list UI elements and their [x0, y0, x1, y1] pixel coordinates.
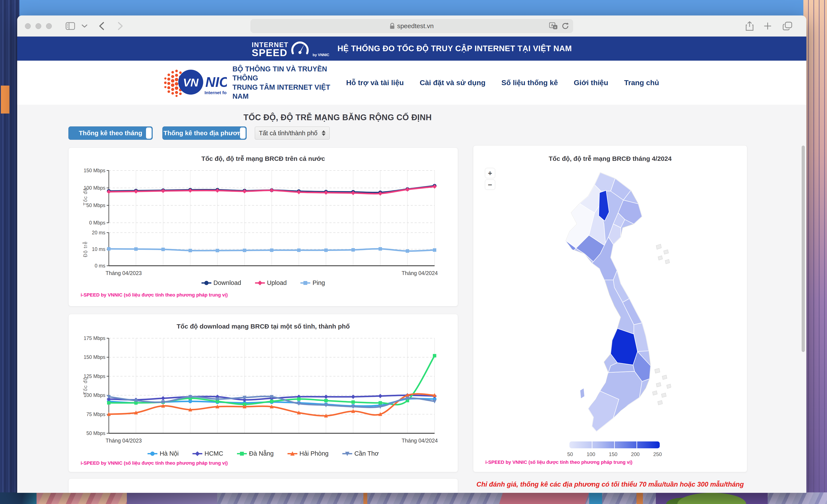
- tab-monthly-stats[interactable]: Thống kê theo tháng: [68, 127, 153, 140]
- map-color-scale: 50100150200250: [569, 442, 660, 457]
- nav-item-install[interactable]: Cài đặt và sử dụng: [420, 79, 486, 87]
- speedometer-icon: [291, 40, 309, 57]
- page-content: TỐC ĐỘ, ĐỘ TRỄ MẠNG BĂNG RỘNG CỐ ĐỊNH Th…: [17, 105, 806, 493]
- chart2-legend: Hà NộiHCMCĐà NẵngHải PhòngCần Thơ: [68, 450, 458, 457]
- svg-text:175 Mbps: 175 Mbps: [84, 336, 105, 341]
- svg-text:NIC: NIC: [205, 74, 227, 90]
- tab-overview-icon[interactable]: [781, 15, 794, 37]
- nav-item-about[interactable]: Giới thiệu: [574, 79, 608, 87]
- wallpaper-right-building-lines: [804, 0, 827, 504]
- wallpaper-shape: [636, 492, 643, 504]
- svg-text:Tốc độ: Tốc độ: [83, 188, 88, 205]
- legend-item-Cần Thơ[interactable]: Cần Thơ: [342, 450, 379, 457]
- browser-window: speedtest.vn Aa INTERNET SPEED: [17, 15, 806, 493]
- wallpaper-orange-accent: [1, 86, 9, 113]
- wallpaper-shape: [589, 492, 602, 504]
- svg-text:Tháng 04/2024: Tháng 04/2024: [402, 438, 438, 444]
- legend-item-Đà Nẵng[interactable]: Đà Nẵng: [237, 450, 274, 457]
- map-card: Tốc độ, độ trễ mạng BRCĐ tháng 4/2024 + …: [473, 145, 747, 472]
- org-line2: TRUNG TÂM INTERNET VIỆT NAM: [233, 83, 346, 101]
- svg-text:10 ms: 10 ms: [92, 246, 105, 252]
- wallpaper-shape: [0, 492, 37, 504]
- legend-item-Hà Nội[interactable]: Hà Nội: [147, 450, 179, 457]
- tab-notch: [240, 128, 246, 139]
- sidebar-icon[interactable]: [63, 15, 78, 37]
- lock-icon: [390, 23, 395, 29]
- zoom-in-label: +: [488, 169, 492, 178]
- url-text: speedtest.vn: [397, 22, 434, 30]
- chart-card-nationwide: Tốc độ, độ trễ mạng BRCĐ trên cả nước 15…: [68, 148, 458, 306]
- province-select-value: Tất cả tỉnh/thành phố: [259, 130, 318, 137]
- svg-text:VN: VN: [183, 76, 199, 89]
- vnnic-tagline: Internet for all: [204, 90, 227, 95]
- svg-text:Tốc độ: Tốc độ: [83, 377, 88, 395]
- wallpaper-shape: [363, 492, 367, 504]
- back-button[interactable]: [95, 15, 108, 37]
- zoom-window-button[interactable]: [46, 23, 52, 29]
- map-source-note: i-SPEED by VNNIC (số liệu được tính theo…: [485, 459, 632, 465]
- browser-toolbar: speedtest.vn Aa: [17, 15, 806, 37]
- nav-item-statistics[interactable]: Số liệu thống kê: [501, 79, 558, 87]
- svg-text:50 Mbps: 50 Mbps: [87, 203, 105, 208]
- chevron-down-icon[interactable]: [79, 15, 90, 37]
- scrollbar-thumb[interactable]: [801, 146, 805, 352]
- nav-item-home[interactable]: Trang chủ: [624, 79, 659, 87]
- svg-text:20 ms: 20 ms: [92, 230, 105, 236]
- close-window-button[interactable]: [25, 23, 31, 29]
- province-region-highlight-highlands[interactable]: [611, 328, 638, 365]
- share-icon[interactable]: [743, 15, 757, 37]
- vnnic-logo: VN NIC Internet for all: [162, 67, 227, 99]
- translate-icon[interactable]: Aa: [549, 22, 558, 30]
- zoom-out-label: −: [488, 181, 492, 189]
- svg-text:Tháng 04/2023: Tháng 04/2023: [106, 438, 142, 444]
- legend-item-Upload[interactable]: Upload: [255, 279, 287, 287]
- tab-province-stats-label: Thống kê theo địa phương: [163, 130, 245, 137]
- legend-item-Hải Phòng[interactable]: Hải Phòng: [288, 450, 329, 457]
- svg-text:150 Mbps: 150 Mbps: [84, 354, 105, 360]
- tab-province-stats[interactable]: Thống kê theo địa phương: [162, 127, 247, 140]
- province-region[interactable]: [588, 391, 619, 431]
- site-navbar: VN NIC Internet for all BỘ THÔNG TIN VÀ …: [17, 61, 806, 105]
- evaluation-note: Chỉ đánh giá, thống kê các địa phương có…: [473, 481, 747, 488]
- org-name: BỘ THÔNG TIN VÀ TRUYỀN THÔNG TRUNG TÂM I…: [233, 64, 346, 101]
- chart1-plot[interactable]: 150 Mbps100 Mbps50 Mbps0 MbpsTốc độ20 ms…: [68, 161, 458, 282]
- svg-text:a: a: [554, 26, 556, 29]
- new-tab-icon[interactable]: [761, 15, 775, 37]
- map-zoom-out-button[interactable]: −: [485, 180, 495, 190]
- color-scale-ticks: 50100150200250: [567, 451, 662, 457]
- tab-notch: [146, 128, 152, 139]
- page-title: TỐC ĐỘ, ĐỘ TRỄ MẠNG BĂNG RỘNG CỐ ĐỊNH: [17, 113, 658, 122]
- chart1-legend: DownloadUploadPing: [68, 279, 458, 287]
- forward-button[interactable]: [113, 15, 127, 37]
- paracel-islands: [656, 244, 670, 264]
- svg-text:Độ trễ: Độ trễ: [83, 241, 88, 257]
- reload-icon[interactable]: [562, 22, 569, 30]
- legend-item-Ping[interactable]: Ping: [300, 279, 325, 287]
- select-arrows-icon: [322, 130, 326, 136]
- chart2-title: Tốc độ download mạng BRCĐ tại một số tỉn…: [68, 323, 458, 330]
- wallpaper-shape: [499, 492, 589, 504]
- legend-item-HCMC[interactable]: HCMC: [192, 450, 223, 457]
- wallpaper-bottom-strip: [0, 492, 827, 504]
- legend-item-Download[interactable]: Download: [201, 279, 241, 287]
- spratly-islands: [652, 368, 671, 405]
- svg-text:0 ms: 0 ms: [95, 263, 105, 268]
- svg-text:50 Mbps: 50 Mbps: [87, 431, 105, 436]
- chart2-plot[interactable]: 175 Mbps150 Mbps125 Mbps100 Mbps75 Mbps5…: [68, 329, 458, 449]
- ispeed-logo: INTERNET SPEED by VNNIC: [252, 40, 329, 57]
- wallpaper-green-blob: [665, 492, 759, 504]
- province-select[interactable]: Tất cả tỉnh/thành phố: [255, 127, 330, 140]
- minimize-window-button[interactable]: [36, 23, 41, 29]
- svg-text:150 Mbps: 150 Mbps: [84, 168, 105, 173]
- phu-quoc-island[interactable]: [580, 388, 585, 399]
- map-title: Tốc độ, độ trễ mạng BRCĐ tháng 4/2024: [473, 155, 747, 162]
- wallpaper-shape: [37, 492, 127, 504]
- address-bar[interactable]: speedtest.vn Aa: [250, 19, 573, 33]
- traffic-lights: [25, 23, 52, 29]
- map-zoom-in-button[interactable]: +: [485, 168, 495, 178]
- chart-card-partial: [68, 478, 458, 493]
- tab-monthly-stats-label: Thống kê theo tháng: [79, 130, 142, 137]
- vietnam-choropleth-map[interactable]: [544, 168, 671, 437]
- nav-item-support[interactable]: Hỗ trợ và tài liệu: [346, 79, 404, 87]
- banner-heading: HỆ THỐNG ĐO TỐC ĐỘ TRUY CẬP INTERNET TẠI…: [337, 44, 572, 53]
